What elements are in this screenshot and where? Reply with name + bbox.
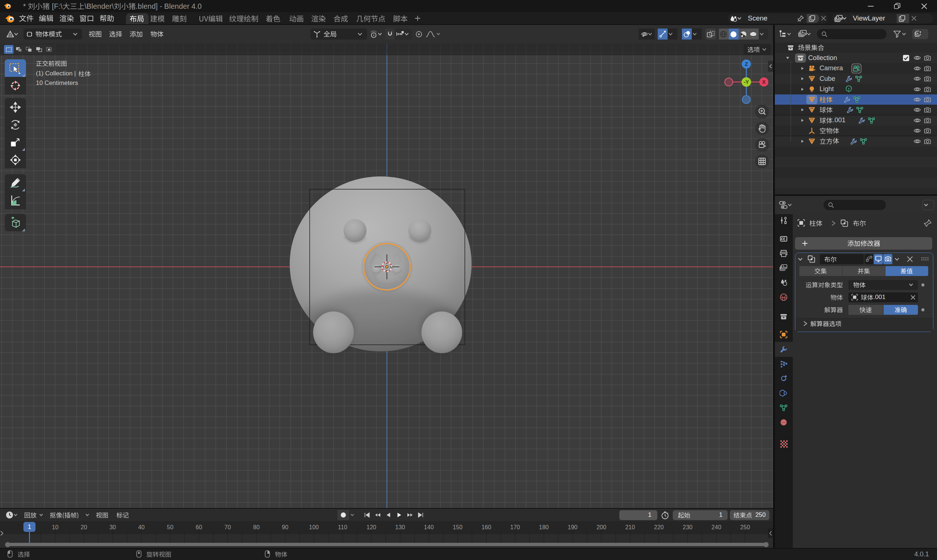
svg-text:-Y: -Y bbox=[744, 79, 749, 85]
svg-text:Z: Z bbox=[745, 61, 748, 67]
svg-text:X: X bbox=[762, 79, 766, 85]
